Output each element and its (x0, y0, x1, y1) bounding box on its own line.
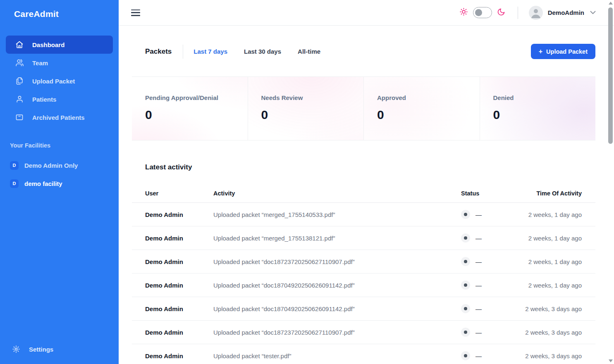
column-header-activity: Activity (213, 190, 461, 197)
facility-badge: D (10, 179, 19, 188)
cell-activity: Uploaded packet “tester.pdf” (213, 352, 461, 359)
status-dot (461, 328, 470, 337)
scrollbar-down-arrow[interactable] (609, 359, 613, 362)
stat-value: 0 (145, 108, 248, 122)
tab-all-time[interactable]: All-time (298, 48, 320, 55)
sidebar-item-settings[interactable]: Settings (0, 341, 53, 357)
sidebar-item-upload-packet[interactable]: Upload Packet (6, 72, 113, 90)
table-row[interactable]: Demo Admin Uploaded packet “doc187237202… (132, 321, 595, 344)
table-row[interactable]: Demo Admin Uploaded packet “merged_17551… (132, 203, 595, 226)
facility-item-demo-facility[interactable]: D demo facility (0, 174, 119, 193)
status-dash: — (475, 235, 482, 242)
sidebar-item-dashboard[interactable]: Dashboard (6, 36, 113, 54)
stat-label: Approved (377, 94, 480, 101)
table-row[interactable]: Demo Admin Uploaded packet “doc187049202… (132, 297, 595, 321)
cell-activity: Uploaded packet “doc18704920250626091142… (213, 305, 461, 312)
home-icon (15, 40, 24, 49)
team-icon (15, 58, 24, 67)
facilities-heading: Your Facilities (10, 142, 119, 149)
table-row[interactable]: Demo Admin Uploaded packet “doc187049202… (132, 274, 595, 297)
table-row[interactable]: Demo Admin Uploaded packet “merged_17551… (132, 226, 595, 250)
column-header-status: Status (461, 190, 517, 197)
stat-card-pending: Pending Approval/Denial 0 (132, 77, 248, 140)
facility-badge: D (10, 161, 19, 170)
column-header-user: User (145, 190, 213, 197)
sidebar-item-patients[interactable]: Patients (6, 90, 113, 108)
stat-label: Denied (493, 94, 596, 101)
cell-user: Demo Admin (145, 282, 213, 289)
sidebar: CareAdmit Dashboard Team Upload Packet (0, 0, 119, 364)
stat-value: 0 (261, 108, 364, 122)
theme-toggle[interactable] (473, 7, 492, 18)
cell-status: — (461, 328, 517, 337)
cell-status: — (461, 210, 517, 219)
moon-icon (497, 8, 505, 18)
table-row[interactable]: Demo Admin Uploaded packet “doc187237202… (132, 250, 595, 274)
packet-stats: Pending Approval/Denial 0 Needs Review 0… (132, 76, 595, 140)
cell-activity: Uploaded packet “doc18723720250627110907… (213, 329, 461, 336)
status-dot (461, 233, 470, 243)
stat-value: 0 (377, 108, 480, 122)
status-dot (461, 351, 470, 360)
facility-label: Demo Admin Only (24, 162, 78, 169)
status-dash: — (475, 352, 482, 359)
app-root: CareAdmit Dashboard Team Upload Packet (0, 0, 614, 364)
cell-activity: Uploaded packet “merged_1755138121.pdf” (213, 235, 461, 242)
sidebar-item-team[interactable]: Team (6, 54, 113, 72)
hamburger-icon[interactable] (131, 10, 140, 16)
packets-title: Packets (145, 48, 172, 56)
status-dot (461, 210, 470, 219)
activity-table-header: User Activity Status Time Of Activity (132, 184, 595, 203)
cell-time: 2 weeks, 1 day ago (517, 258, 582, 265)
tab-last-7-days[interactable]: Last 7 days (194, 48, 227, 55)
app-logo: CareAdmit (0, 0, 119, 19)
sidebar-item-label: Patients (32, 96, 56, 103)
status-dot (461, 257, 470, 266)
sidebar-item-label: Archived Patients (32, 114, 85, 121)
cell-user: Demo Admin (145, 329, 213, 336)
chevron-down-icon (590, 11, 596, 14)
packets-divider (183, 45, 183, 59)
cell-user: Demo Admin (145, 211, 213, 218)
upload-packet-button[interactable]: + Upload Packet (531, 44, 595, 59)
cell-activity: Uploaded packet “merged_1755140533.pdf” (213, 211, 461, 218)
status-dot (461, 304, 470, 313)
topbar-divider (518, 7, 518, 19)
cell-user: Demo Admin (145, 258, 213, 265)
facility-item-demo-admin-only[interactable]: D Demo Admin Only (0, 156, 119, 174)
theme-toggle-knob (475, 9, 482, 16)
facility-label: demo facility (24, 180, 62, 187)
tab-last-30-days[interactable]: Last 30 days (244, 48, 281, 55)
column-header-time: Time Of Activity (517, 190, 582, 197)
patients-icon (15, 95, 24, 104)
dashboard-content: Packets Last 7 days Last 30 days All-tim… (119, 26, 614, 364)
stat-label: Pending Approval/Denial (145, 94, 248, 101)
user-menu[interactable]: DemoAdmin (529, 6, 596, 20)
packets-header: Packets Last 7 days Last 30 days All-tim… (145, 44, 595, 59)
status-dash: — (475, 329, 482, 336)
table-row[interactable]: Demo Admin Uploaded packet “tester.pdf” … (132, 344, 595, 364)
upload-packet-button-label: Upload Packet (546, 48, 588, 55)
sidebar-item-label: Dashboard (32, 41, 65, 48)
cell-time: 2 weeks, 3 days ago (517, 329, 582, 336)
scrollbar-up-arrow[interactable] (609, 2, 613, 5)
status-dash: — (475, 258, 482, 265)
upload-packet-icon (15, 76, 24, 86)
scrollbar (608, 0, 614, 364)
scrollbar-thumb[interactable] (608, 7, 613, 144)
sun-icon (459, 7, 468, 18)
sidebar-item-label: Team (32, 59, 48, 67)
gear-icon (12, 345, 21, 354)
sidebar-item-label: Upload Packet (32, 78, 75, 85)
settings-label: Settings (29, 346, 53, 353)
cell-status: — (461, 233, 517, 243)
sidebar-item-archived-patients[interactable]: Archived Patients (6, 108, 113, 126)
stat-label: Needs Review (261, 94, 364, 101)
cell-status: — (461, 304, 517, 313)
top-bar-right: DemoAdmin (459, 6, 596, 20)
cell-time: 2 weeks, 1 day ago (517, 282, 582, 289)
cell-time: 2 weeks, 1 day ago (517, 235, 582, 242)
status-dash: — (475, 282, 482, 289)
status-dash: — (475, 305, 482, 312)
user-name: DemoAdmin (548, 9, 584, 16)
